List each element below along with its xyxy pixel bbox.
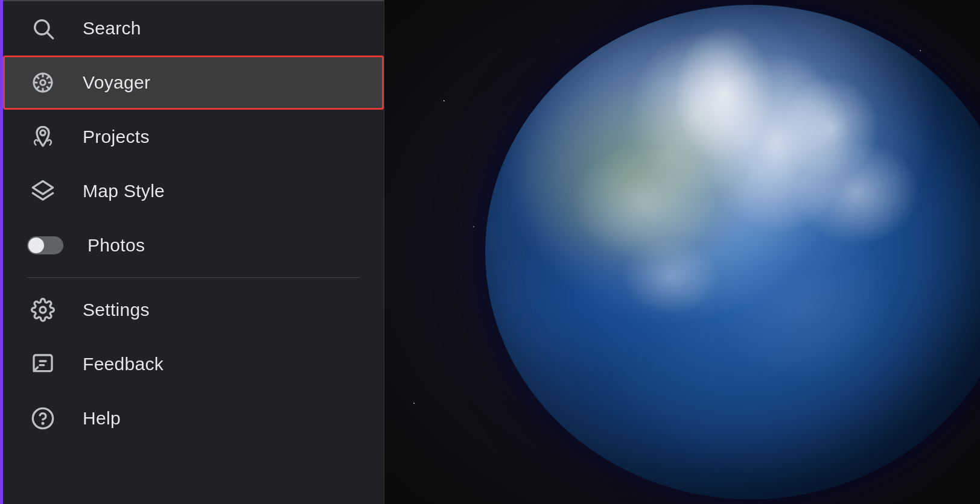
svg-line-1	[48, 33, 53, 39]
svg-point-14	[40, 307, 46, 313]
sidebar-item-help[interactable]: Help	[3, 391, 384, 446]
toggle-knob	[28, 238, 44, 253]
photos-toggle-wrap: Photos	[27, 235, 145, 256]
svg-point-12	[40, 130, 45, 135]
sidebar-item-projects[interactable]: Projects	[3, 110, 384, 164]
projects-label: Projects	[83, 127, 150, 147]
help-icon	[27, 403, 59, 434]
sidebar-item-map-style[interactable]: Map Style	[3, 164, 384, 218]
feedback-label: Feedback	[83, 354, 164, 374]
projects-icon	[27, 121, 59, 153]
earth-globe	[485, 5, 980, 499]
photos-label: Photos	[88, 235, 145, 256]
help-label: Help	[83, 408, 121, 429]
nav-list: Search Voyager	[3, 1, 384, 504]
search-icon	[27, 13, 59, 44]
feedback-icon	[27, 348, 59, 380]
photos-toggle[interactable]	[27, 236, 63, 254]
sidebar-item-photos[interactable]: Photos	[3, 218, 384, 272]
layers-icon	[27, 175, 59, 207]
svg-line-9	[47, 87, 49, 89]
map-style-label: Map Style	[83, 181, 165, 201]
settings-label: Settings	[83, 300, 150, 320]
voyager-label: Voyager	[83, 72, 150, 93]
map-area[interactable]	[384, 0, 980, 504]
settings-icon	[27, 294, 59, 326]
sidebar: Search Voyager	[3, 0, 384, 504]
svg-line-8	[36, 76, 39, 78]
sidebar-item-search[interactable]: Search	[3, 1, 384, 55]
divider	[3, 277, 384, 278]
svg-point-3	[40, 80, 45, 85]
search-label: Search	[83, 18, 141, 39]
sidebar-item-voyager[interactable]: Voyager	[3, 55, 384, 110]
sidebar-item-settings[interactable]: Settings	[3, 283, 384, 337]
voyager-icon	[27, 67, 59, 98]
sidebar-item-feedback[interactable]: Feedback	[3, 337, 384, 391]
svg-line-10	[47, 76, 49, 78]
svg-marker-13	[33, 181, 52, 194]
svg-line-11	[36, 87, 39, 89]
